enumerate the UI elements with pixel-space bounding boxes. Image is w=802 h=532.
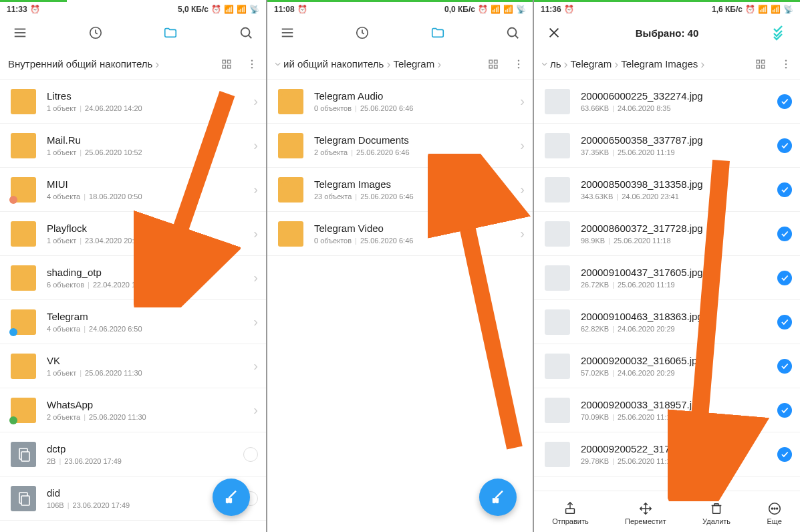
item-name: Playflock <box>47 223 248 234</box>
close-icon[interactable] <box>546 25 562 41</box>
search-icon[interactable] <box>238 25 254 41</box>
checkbox-icon[interactable] <box>777 138 792 153</box>
more-vert-icon[interactable] <box>246 58 258 70</box>
folder-icon <box>11 177 36 203</box>
list-item[interactable]: 200006000225_332274.jpg63.66KB|24.06.202… <box>534 80 800 124</box>
image-thumbnail <box>545 354 570 379</box>
folder-icon[interactable] <box>430 25 446 41</box>
checkbox-icon[interactable] <box>243 447 258 462</box>
item-meta: 4 объекта|24.06.2020 6:50 <box>47 325 248 333</box>
move-icon <box>638 501 653 516</box>
chevron-down-icon[interactable]: › <box>275 62 285 66</box>
clean-fab[interactable] <box>479 479 517 516</box>
breadcrumb-item[interactable]: Telegram <box>571 58 612 70</box>
list-item[interactable]: 200009200033_318957.jpg70.09KB|25.06.202… <box>534 388 800 432</box>
status-time: 11:33 <box>7 5 27 14</box>
status-net: 5,0 КБ/с <box>178 5 209 14</box>
chevron-right-icon: › <box>564 58 568 70</box>
action-share[interactable]: Отправить <box>552 501 589 525</box>
breadcrumb-item[interactable]: ий общий накопитель <box>283 58 384 70</box>
item-name: 200009200033_318957.jpg <box>581 399 772 410</box>
list-item[interactable]: 200009200032_316065.jpg57.02KB|24.06.202… <box>534 344 800 388</box>
more-icon <box>767 501 782 516</box>
svg-rect-35 <box>762 60 765 63</box>
svg-point-28 <box>518 59 519 61</box>
image-thumbnail <box>545 221 570 247</box>
folder-icon <box>11 354 36 379</box>
wifi-icon: 📡 <box>249 5 259 14</box>
list-item[interactable]: 200008500398_313358.jpg343.63KB|24.06.20… <box>534 168 800 212</box>
menu-icon[interactable] <box>279 25 295 41</box>
breadcrumb-item[interactable]: Telegram Images <box>621 58 698 70</box>
list-item[interactable]: 200009200522_317...29.78KB|25.06.2020 11… <box>534 432 800 477</box>
checkbox-icon[interactable] <box>777 359 792 374</box>
bottom-action-bar: ОтправитьПереместитУдалитьЕще <box>534 491 800 532</box>
checkbox-icon[interactable] <box>777 447 792 462</box>
item-name: 200006500358_337787.jpg <box>581 134 772 146</box>
list-item[interactable]: 200009100463_318363.jpg62.82KB|24.06.202… <box>534 300 800 344</box>
checkbox-icon[interactable] <box>777 182 792 197</box>
grid-view-icon[interactable] <box>221 58 233 70</box>
folder-icon <box>11 133 36 158</box>
action-move[interactable]: Переместит <box>625 501 666 525</box>
chevron-right-icon: › <box>253 138 258 153</box>
status-net: 0,0 КБ/с <box>444 5 475 14</box>
list-item[interactable]: VK1 объект|25.06.2020 11:30› <box>0 344 266 388</box>
grid-view-icon[interactable] <box>487 58 499 70</box>
list-item[interactable]: 200009100437_317605.jpg26.72KB|25.06.202… <box>534 256 800 300</box>
svg-point-39 <box>785 63 787 64</box>
list-item[interactable]: Telegram Video0 объектов|25.06.2020 6:46… <box>267 212 533 256</box>
alarm-icon: ⏰ <box>297 5 307 14</box>
chevron-right-icon: › <box>253 182 258 197</box>
more-vert-icon[interactable] <box>780 58 792 70</box>
checkbox-icon[interactable] <box>777 227 792 241</box>
list-item[interactable]: Telegram Images23 объекта|25.06.2020 6:4… <box>267 168 533 212</box>
list-item[interactable]: Telegram Documents2 объекта|25.06.2020 6… <box>267 124 533 168</box>
menu-icon[interactable] <box>12 25 28 41</box>
action-trash[interactable]: Удалить <box>702 501 730 525</box>
list-item[interactable]: Playflock1 объект|23.04.2020 20:27› <box>0 212 266 256</box>
action-more[interactable]: Еще <box>767 501 781 525</box>
list-item[interactable]: 200006500358_337787.jpg37.35KB|25.06.202… <box>534 124 800 168</box>
history-icon[interactable] <box>354 25 370 41</box>
list-item[interactable]: Telegram Audio0 объектов|25.06.2020 6:46… <box>267 80 533 124</box>
chevron-right-icon: › <box>253 94 258 109</box>
chevron-down-icon[interactable]: › <box>542 62 551 66</box>
svg-rect-25 <box>495 60 498 63</box>
svg-line-5 <box>249 35 252 39</box>
list-item[interactable]: WhatsApp2 объекта|25.06.2020 11:30› <box>0 388 266 432</box>
folder-icon <box>11 398 36 423</box>
list-item[interactable]: Mail.Ru1 объект|25.06.2020 10:52› <box>0 124 266 168</box>
breadcrumb-item[interactable]: Внутренний общий накопитель <box>8 58 152 70</box>
status-time: 11:36 <box>541 5 561 14</box>
history-icon[interactable] <box>88 25 104 41</box>
breadcrumb-item[interactable]: Telegram <box>393 58 434 70</box>
image-thumbnail <box>545 89 570 114</box>
search-icon[interactable] <box>505 25 521 41</box>
select-all-icon[interactable] <box>772 25 788 41</box>
item-meta: 23 объекта|25.06.2020 6:46 <box>314 192 515 201</box>
checkbox-icon[interactable] <box>777 403 792 418</box>
file-list: Telegram Audio0 объектов|25.06.2020 6:46… <box>267 80 533 532</box>
folder-icon[interactable] <box>162 25 178 41</box>
list-item[interactable]: MIUI4 объекта|18.06.2020 0:50› <box>0 168 266 212</box>
phone-screen-3: 11:36 ⏰ 1,6 КБ/с ⏰ 📶 📶 📡 Выбрано: 40 › л… <box>533 0 800 532</box>
checkbox-icon[interactable] <box>777 315 792 329</box>
item-meta: 4 объекта|18.06.2020 0:50 <box>47 192 248 201</box>
checkbox-icon[interactable] <box>777 271 792 285</box>
list-item[interactable]: Telegram4 объекта|24.06.2020 6:50› <box>0 300 266 344</box>
clean-fab[interactable] <box>213 479 250 516</box>
checkbox-icon[interactable] <box>777 94 792 109</box>
list-item[interactable]: shading_otp6 объектов|22.04.2020 14:09› <box>0 256 266 300</box>
item-name: 200008500398_313358.jpg <box>581 178 772 190</box>
list-item[interactable]: dctp2B|23.06.2020 17:49 <box>0 432 266 477</box>
list-item[interactable]: Litres1 объект|24.06.2020 14:20› <box>0 80 266 124</box>
item-meta: 70.09KB|25.06.2020 11:19 <box>581 413 772 421</box>
svg-rect-27 <box>495 65 498 68</box>
action-label: Переместит <box>625 517 666 525</box>
grid-view-icon[interactable] <box>755 58 767 70</box>
more-vert-icon[interactable] <box>513 58 525 70</box>
list-item[interactable]: 200008600372_317728.jpg98.9KB|25.06.2020… <box>534 212 800 256</box>
action-label: Отправить <box>552 517 589 525</box>
svg-line-23 <box>515 35 519 39</box>
